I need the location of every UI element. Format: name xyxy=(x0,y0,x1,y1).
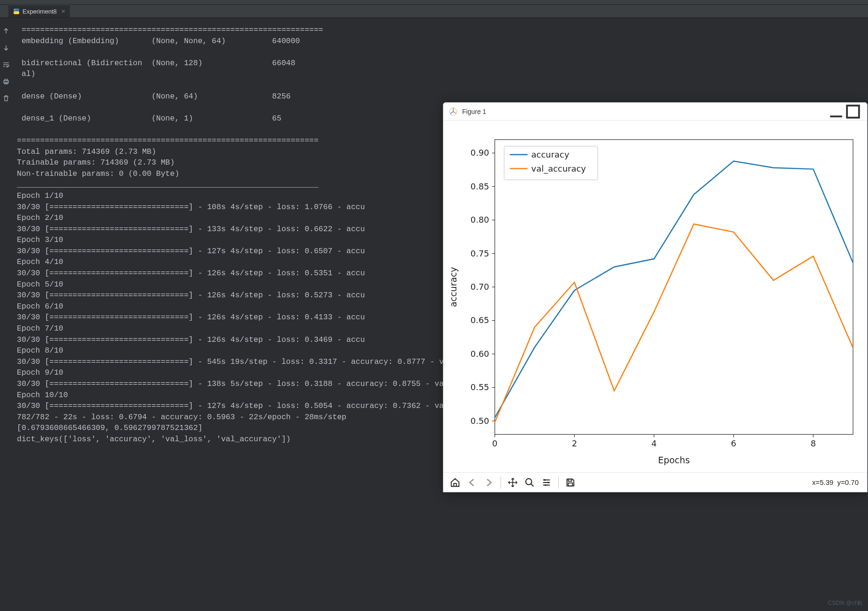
svg-point-2 xyxy=(15,9,15,10)
toolbar-separator xyxy=(558,476,559,489)
editor-tab-experiment8[interactable]: Experiment8 × xyxy=(8,5,70,17)
svg-text:4: 4 xyxy=(651,438,657,448)
toolbar-configure-button[interactable] xyxy=(539,475,554,490)
svg-point-46 xyxy=(544,479,546,481)
svg-text:2: 2 xyxy=(572,438,577,448)
toolbar-pan-button[interactable] xyxy=(505,475,521,490)
svg-rect-5 xyxy=(5,79,7,81)
tab-close-button[interactable]: × xyxy=(61,8,65,15)
svg-text:0.60: 0.60 xyxy=(471,349,489,359)
toolbar-forward-button[interactable] xyxy=(481,475,497,490)
svg-text:accuracy: accuracy xyxy=(448,267,458,307)
app-top-strip xyxy=(0,0,868,5)
svg-rect-50 xyxy=(568,483,572,485)
editor-tab-bar: Experiment8 × xyxy=(0,5,868,18)
trash-icon[interactable] xyxy=(2,95,10,102)
svg-point-3 xyxy=(18,13,19,14)
figure-title: Figure 1 xyxy=(462,108,828,115)
plot-svg: 024680.500.550.600.650.700.750.800.850.9… xyxy=(443,121,867,472)
python-file-icon xyxy=(13,8,20,15)
scroll-down-icon[interactable] xyxy=(2,44,10,52)
toolbar-save-button[interactable] xyxy=(562,475,578,490)
svg-text:Epochs: Epochs xyxy=(658,455,690,465)
svg-text:0.65: 0.65 xyxy=(471,315,489,325)
figure-title-bar[interactable]: Figure 1 xyxy=(443,103,867,121)
coordinate-readout: x=5.39 y=0.70 xyxy=(812,478,863,486)
window-minimize-button[interactable] xyxy=(828,105,845,118)
figure-plot-area[interactable]: 024680.500.550.600.650.700.750.800.850.9… xyxy=(443,121,867,472)
figure-app-icon xyxy=(449,107,457,116)
toolbar-back-button[interactable] xyxy=(464,475,480,490)
run-tool-gutter xyxy=(0,18,12,611)
toolbar-zoom-button[interactable] xyxy=(522,475,538,490)
svg-text:val_accuracy: val_accuracy xyxy=(531,164,586,174)
svg-text:0.80: 0.80 xyxy=(471,215,489,225)
print-icon[interactable] xyxy=(2,78,10,85)
scroll-up-icon[interactable] xyxy=(2,27,10,35)
tab-label: Experiment8 xyxy=(22,8,57,15)
watermark: CSDN @cf刺 xyxy=(828,599,862,607)
svg-rect-9 xyxy=(495,140,853,435)
soft-wrap-icon[interactable] xyxy=(2,61,10,68)
svg-text:0.85: 0.85 xyxy=(471,181,489,191)
toolbar-separator xyxy=(501,476,501,489)
toolbar-home-button[interactable] xyxy=(447,475,463,490)
svg-rect-1 xyxy=(14,11,19,14)
svg-point-47 xyxy=(547,482,549,483)
svg-point-45 xyxy=(526,478,532,484)
svg-text:accuracy: accuracy xyxy=(531,150,569,159)
figure-window: Figure 1 024680.500.550.600.650.700.750.… xyxy=(443,102,868,492)
figure-toolbar: x=5.39 y=0.70 xyxy=(443,472,867,492)
svg-text:0.55: 0.55 xyxy=(471,382,489,392)
svg-rect-49 xyxy=(568,479,571,481)
svg-text:0.50: 0.50 xyxy=(471,416,489,426)
svg-text:0.75: 0.75 xyxy=(471,249,489,258)
svg-point-48 xyxy=(545,484,546,486)
svg-rect-0 xyxy=(14,8,19,11)
svg-text:0.90: 0.90 xyxy=(471,148,489,158)
svg-text:6: 6 xyxy=(731,438,736,448)
svg-text:0: 0 xyxy=(492,438,497,448)
svg-text:8: 8 xyxy=(810,438,816,448)
svg-rect-8 xyxy=(847,106,859,118)
window-maximize-button[interactable] xyxy=(845,105,861,118)
svg-text:0.70: 0.70 xyxy=(471,282,489,292)
